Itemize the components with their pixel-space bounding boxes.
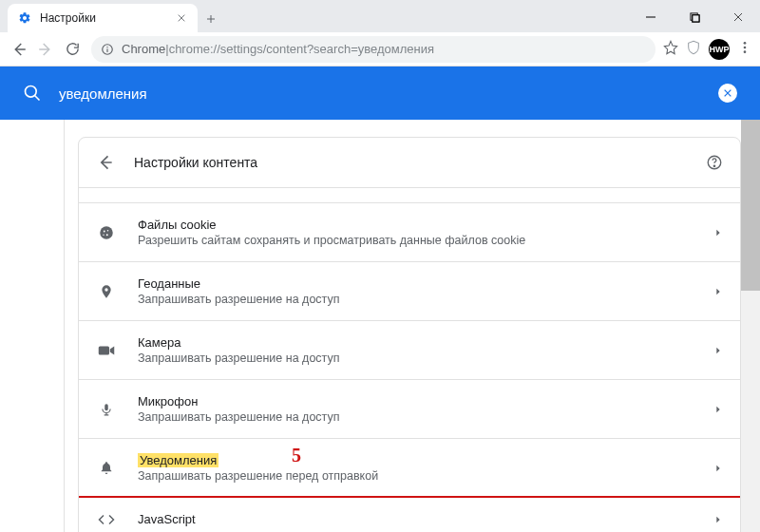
chevron-right-icon: [713, 346, 723, 355]
scrollbar[interactable]: [741, 120, 760, 532]
chevron-right-icon: [713, 287, 723, 296]
search-icon: [23, 84, 42, 103]
star-icon[interactable]: [663, 40, 678, 58]
chevron-right-icon: [713, 515, 723, 524]
svg-point-11: [713, 165, 714, 166]
close-window-button[interactable]: [716, 2, 760, 32]
tab-title: Настройки: [40, 11, 175, 25]
help-icon[interactable]: [706, 154, 723, 171]
settings-search-bar[interactable]: уведомления: [0, 66, 760, 120]
row-notifications[interactable]: Уведомления Запрашивать разрешение перед…: [79, 439, 740, 498]
row-javascript[interactable]: JavaScript: [79, 498, 740, 532]
clear-search-button[interactable]: [718, 84, 737, 103]
row-cookies[interactable]: Файлы cookie Разрешить сайтам сохранять …: [79, 203, 740, 262]
row-text: Файлы cookie Разрешить сайтам сохранять …: [138, 218, 713, 247]
svg-point-15: [106, 234, 108, 236]
svg-point-4: [106, 46, 107, 47]
card-title: Настройки контента: [134, 155, 706, 170]
reload-button[interactable]: [59, 36, 86, 63]
gear-icon: [17, 10, 32, 26]
content-settings-card: Настройки контента Файлы cookie Разрешит…: [78, 137, 741, 532]
svg-point-6: [744, 42, 747, 45]
row-sublabel: Запрашивать разрешение на доступ: [138, 410, 713, 424]
svg-rect-18: [104, 404, 108, 410]
svg-point-16: [103, 234, 104, 235]
location-icon: [96, 283, 117, 300]
browser-tab[interactable]: Настройки: [8, 4, 198, 32]
annotation-number: 5: [292, 445, 301, 466]
svg-point-14: [107, 230, 109, 232]
site-info-icon[interactable]: [101, 43, 114, 56]
address-bar[interactable]: Chrome | chrome://settings/content?searc…: [91, 36, 656, 63]
row-label: JavaScript: [138, 512, 713, 526]
svg-rect-17: [99, 346, 109, 354]
window-titlebar: Настройки: [0, 0, 760, 32]
row-sublabel: Разрешить сайтам сохранять и просматрива…: [138, 234, 713, 247]
svg-point-9: [26, 86, 37, 98]
row-text: JavaScript: [138, 512, 713, 526]
row-camera[interactable]: Камера Запрашивать разрешение на доступ: [79, 321, 740, 380]
row-label-highlighted: Уведомления: [138, 453, 218, 467]
row-label: Микрофон: [138, 394, 713, 408]
url-prefix: Chrome: [122, 42, 165, 56]
row-label: Файлы cookie: [138, 218, 713, 232]
microphone-icon: [96, 401, 117, 418]
svg-point-8: [744, 50, 747, 53]
browser-toolbar: Chrome | chrome://settings/content?searc…: [0, 32, 760, 66]
svg-point-7: [744, 47, 747, 49]
shield-icon[interactable]: [686, 40, 701, 58]
chevron-right-icon: [713, 464, 723, 473]
chevron-right-icon: [713, 228, 723, 238]
row-text: Геоданные Запрашивать разрешение на дост…: [138, 276, 713, 306]
chevron-right-icon: [713, 405, 723, 414]
cookie-icon: [96, 224, 117, 241]
back-button[interactable]: [6, 36, 32, 63]
row-label: Геоданные: [138, 276, 713, 291]
settings-back-button[interactable]: [96, 153, 115, 172]
scrollbar-thumb[interactable]: [741, 120, 760, 291]
card-header: Настройки контента: [79, 138, 740, 188]
svg-rect-1: [692, 14, 698, 21]
row-location[interactable]: Геоданные Запрашивать разрешение на дост…: [79, 262, 740, 321]
settings-main: Настройки контента Файлы cookie Разрешит…: [65, 120, 741, 532]
svg-rect-5: [106, 48, 107, 52]
camera-icon: [96, 344, 117, 357]
maximize-button[interactable]: [673, 2, 716, 32]
menu-icon[interactable]: [737, 40, 752, 58]
code-icon: [96, 513, 117, 526]
row-sublabel: Запрашивать разрешение на доступ: [138, 352, 713, 365]
row-text: Уведомления Запрашивать разрешение перед…: [138, 453, 713, 483]
row-text: Камера Запрашивать разрешение на доступ: [138, 335, 713, 365]
forward-button[interactable]: [32, 36, 59, 63]
bell-icon: [96, 460, 117, 477]
url-text: chrome://settings/content?search=уведомл…: [169, 42, 434, 56]
left-gutter: [0, 120, 65, 532]
scrollbar-track[interactable]: [741, 120, 760, 532]
row-microphone[interactable]: Микрофон Запрашивать разрешение на досту…: [79, 380, 740, 439]
settings-page: Настройки контента Файлы cookie Разрешит…: [0, 120, 760, 532]
row-sublabel: Запрашивать разрешение на доступ: [138, 293, 713, 306]
svg-point-12: [100, 226, 113, 239]
row-label: Камера: [138, 335, 713, 350]
minimize-button[interactable]: [629, 2, 673, 32]
close-tab-icon[interactable]: [175, 10, 188, 28]
svg-point-13: [104, 230, 105, 232]
search-query-text: уведомления: [59, 86, 718, 102]
row-text: Микрофон Запрашивать разрешение на досту…: [138, 394, 713, 424]
profile-avatar[interactable]: HWP: [709, 39, 730, 60]
new-tab-button[interactable]: [198, 6, 224, 32]
window-controls: [629, 2, 760, 32]
row-sublabel: Запрашивать разрешение перед отправкой: [138, 469, 713, 483]
